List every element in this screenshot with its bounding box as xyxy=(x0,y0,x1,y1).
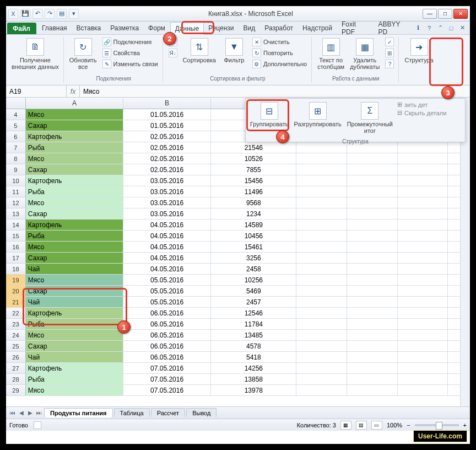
cell[interactable] xyxy=(398,208,448,219)
advanced-filter-button[interactable]: ⚙Дополнительно xyxy=(251,59,308,69)
cell[interactable] xyxy=(398,219,448,231)
clear-filter-button[interactable]: ✕Очистить xyxy=(251,37,308,47)
table-row[interactable]: 29Мясо07.05.201613978 xyxy=(6,385,470,396)
table-row[interactable]: 9Сахар02.05.20167855 xyxy=(6,164,470,175)
row-header[interactable]: 5 xyxy=(6,120,26,131)
properties-button[interactable]: ☰Свойства xyxy=(101,48,159,58)
row-header[interactable]: 6 xyxy=(6,131,26,142)
validation-button[interactable]: ✓ xyxy=(384,37,395,47)
cell[interactable]: 06.05.2016 xyxy=(123,308,211,319)
cell[interactable] xyxy=(296,308,347,319)
cell[interactable] xyxy=(398,319,448,330)
cell[interactable]: 04.05.2016 xyxy=(123,231,211,242)
tab-вид[interactable]: Вид xyxy=(239,22,261,34)
cell[interactable]: Картофель xyxy=(26,219,123,231)
cell[interactable] xyxy=(398,275,448,286)
help-icon-0[interactable]: ℹ xyxy=(414,24,423,33)
table-row[interactable]: 24Мясо06.05.201613485 xyxy=(6,330,470,341)
cell[interactable]: Мясо xyxy=(26,275,123,286)
cell[interactable] xyxy=(398,242,448,253)
cell[interactable] xyxy=(347,153,398,164)
sheet-body[interactable]: 4Мясо01.05.20165Сахар01.05.20166Картофел… xyxy=(6,109,470,406)
cell[interactable]: 11496 xyxy=(211,186,296,197)
cell[interactable] xyxy=(347,164,398,175)
row-header[interactable]: 29 xyxy=(6,385,26,396)
close-button[interactable]: ✕ xyxy=(453,9,468,19)
row-header[interactable]: 11 xyxy=(6,186,26,197)
cell[interactable] xyxy=(296,297,347,308)
table-row[interactable]: 18Чай04.05.20162458 xyxy=(6,264,470,275)
tab-разработ[interactable]: Разработ xyxy=(260,22,298,34)
cell[interactable]: 01.05.2016 xyxy=(123,120,211,131)
cell[interactable]: 04.05.2016 xyxy=(123,253,211,264)
cell[interactable] xyxy=(398,374,448,385)
cell[interactable] xyxy=(347,219,398,231)
table-row[interactable]: 14Картофель04.05.201614589 xyxy=(6,219,470,231)
name-box[interactable] xyxy=(6,85,67,97)
cell[interactable] xyxy=(296,352,347,363)
cell[interactable] xyxy=(347,275,398,286)
cell[interactable] xyxy=(347,297,398,308)
row-header[interactable]: 7 xyxy=(6,142,26,153)
table-row[interactable]: 12Мясо03.05.20169568 xyxy=(6,197,470,208)
cell[interactable] xyxy=(296,153,347,164)
cell[interactable] xyxy=(296,208,347,219)
first-sheet-button[interactable]: ⏮ xyxy=(8,409,17,417)
cell[interactable]: Рыба xyxy=(26,142,123,153)
cell[interactable] xyxy=(296,330,347,341)
tab-разметка[interactable]: Разметка xyxy=(106,22,144,34)
excel-icon[interactable]: X xyxy=(8,9,18,19)
table-row[interactable]: 8Мясо02.05.201610526 xyxy=(6,153,470,164)
minimize-button[interactable]: — xyxy=(423,9,437,19)
row-header[interactable]: 14 xyxy=(6,219,26,231)
cell[interactable]: 14589 xyxy=(211,219,296,231)
cell[interactable]: 04.05.2016 xyxy=(123,264,211,275)
sheet-tab[interactable]: Продукты питания xyxy=(44,408,113,417)
sort-button[interactable]: ⇅ Сортировка xyxy=(182,37,217,65)
cell[interactable]: Сахар xyxy=(26,164,123,175)
cell[interactable] xyxy=(347,264,398,275)
cell[interactable]: 10456 xyxy=(211,231,296,242)
sort-desc-button[interactable]: Я↓ xyxy=(167,48,178,58)
cell[interactable]: 07.05.2016 xyxy=(123,385,211,396)
cell[interactable] xyxy=(296,242,347,253)
fx-icon[interactable]: fx xyxy=(67,85,80,97)
cell[interactable] xyxy=(296,164,347,175)
cell[interactable] xyxy=(296,275,347,286)
cell[interactable]: 15456 xyxy=(211,175,296,186)
cell[interactable] xyxy=(398,330,448,341)
cell[interactable]: 07.05.2016 xyxy=(123,363,211,374)
table-row[interactable]: 11Рыба03.05.201611496 xyxy=(6,186,470,197)
cell[interactable]: 7855 xyxy=(211,164,296,175)
help-icon-3[interactable]: □ xyxy=(447,24,456,33)
cell[interactable] xyxy=(398,297,448,308)
help-icon-2[interactable]: ⌃ xyxy=(436,24,445,33)
cell[interactable]: Сахар xyxy=(26,253,123,264)
row-header[interactable]: 21 xyxy=(6,297,26,308)
cell[interactable] xyxy=(347,208,398,219)
cell[interactable] xyxy=(296,231,347,242)
row-header[interactable]: 25 xyxy=(6,341,26,352)
column-header-B[interactable]: B xyxy=(123,98,211,109)
cell[interactable] xyxy=(347,186,398,197)
cell[interactable] xyxy=(296,385,347,396)
table-row[interactable]: 23Рыба06.05.201611784 xyxy=(6,319,470,330)
save-icon[interactable]: 💾 xyxy=(20,9,30,19)
cell[interactable]: 04.05.2016 xyxy=(123,219,211,231)
cell[interactable] xyxy=(398,363,448,374)
tab-вставка[interactable]: Вставка xyxy=(72,22,106,34)
cell[interactable]: 12546 xyxy=(211,308,296,319)
cell[interactable]: Картофель xyxy=(26,308,123,319)
zoom-slider[interactable] xyxy=(415,424,459,426)
cell[interactable]: 05.05.2016 xyxy=(123,297,211,308)
cell[interactable] xyxy=(347,286,398,297)
filter-button[interactable]: ▼ Фильтр xyxy=(220,37,248,65)
print-preview-icon[interactable]: ▤ xyxy=(57,9,67,19)
sheet-tab[interactable]: Вывод xyxy=(186,408,217,417)
table-row[interactable]: 20Сахар05.05.20165469 xyxy=(6,286,470,297)
table-row[interactable]: 15Рыба04.05.201610456 xyxy=(6,231,470,242)
cell[interactable] xyxy=(398,175,448,186)
select-all-corner[interactable] xyxy=(6,98,26,109)
cell[interactable]: 03.05.2016 xyxy=(123,175,211,186)
row-header[interactable]: 27 xyxy=(6,363,26,374)
